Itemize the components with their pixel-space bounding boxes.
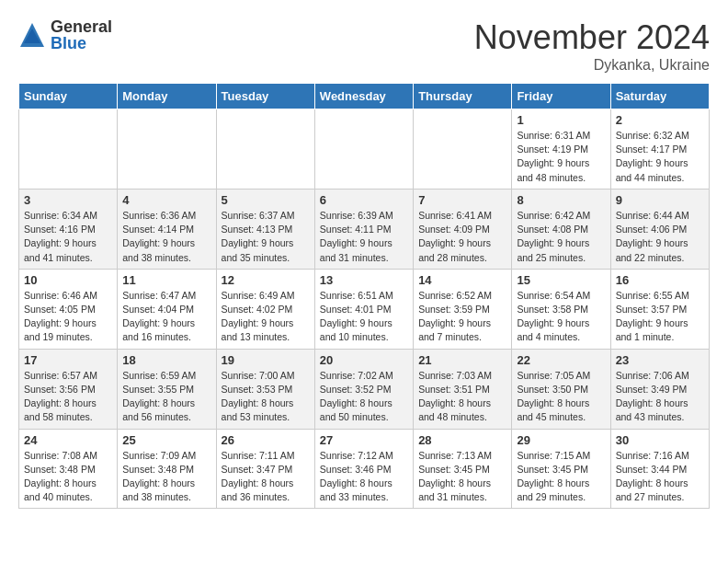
day-info-line: Daylight: 9 hours <box>222 237 294 248</box>
day-info-line: and 4 minutes. <box>517 331 580 342</box>
col-thursday: Thursday <box>414 84 512 109</box>
logo-blue-label: Blue <box>51 35 112 52</box>
day-info-line: and 58 minutes. <box>24 411 93 422</box>
col-saturday: Saturday <box>610 84 709 109</box>
table-row: 19Sunrise: 7:00 AMSunset: 3:53 PMDayligh… <box>216 349 314 429</box>
day-info-line: Daylight: 9 hours <box>320 237 392 248</box>
table-row: 12Sunrise: 6:49 AMSunset: 4:02 PMDayligh… <box>216 269 314 349</box>
day-number: 21 <box>418 353 506 367</box>
day-info-line: and 45 minutes. <box>517 411 586 422</box>
day-info-line: Daylight: 9 hours <box>418 237 491 248</box>
day-info-line: and 29 minutes. <box>517 491 586 502</box>
day-info-line: Sunset: 4:14 PM <box>122 224 194 235</box>
day-info: Sunrise: 6:49 AMSunset: 4:02 PMDaylight:… <box>222 289 310 345</box>
day-info-line: Sunset: 3:47 PM <box>222 464 293 475</box>
day-info-line: Daylight: 8 hours <box>517 397 589 408</box>
day-info: Sunrise: 6:32 AMSunset: 4:17 PMDaylight:… <box>616 129 704 185</box>
day-number: 27 <box>320 433 408 447</box>
calendar-header-row: Sunday Monday Tuesday Wednesday Thursday… <box>19 84 710 109</box>
table-row: 24Sunrise: 7:08 AMSunset: 3:48 PMDayligh… <box>19 429 118 509</box>
logo-text: General Blue <box>51 18 112 52</box>
day-info-line: Sunrise: 6:46 AM <box>24 290 97 301</box>
day-info-line: Sunrise: 6:54 AM <box>517 290 590 301</box>
day-number: 13 <box>320 273 408 287</box>
day-info: Sunrise: 6:31 AMSunset: 4:19 PMDaylight:… <box>517 129 605 185</box>
day-info: Sunrise: 7:08 AMSunset: 3:48 PMDaylight:… <box>24 449 112 505</box>
day-info-line: Sunrise: 6:31 AM <box>517 130 590 141</box>
day-info: Sunrise: 7:12 AMSunset: 3:46 PMDaylight:… <box>320 449 408 505</box>
day-info-line: Daylight: 9 hours <box>616 157 688 168</box>
day-info-line: and 28 minutes. <box>418 252 487 263</box>
day-info: Sunrise: 6:39 AMSunset: 4:11 PMDaylight:… <box>320 209 408 265</box>
day-info-line: Sunrise: 6:39 AM <box>320 210 393 221</box>
day-info-line: and 35 minutes. <box>222 252 290 263</box>
calendar-week-row: 24Sunrise: 7:08 AMSunset: 3:48 PMDayligh… <box>19 429 710 509</box>
col-monday: Monday <box>118 84 216 109</box>
table-row: 26Sunrise: 7:11 AMSunset: 3:47 PMDayligh… <box>216 429 314 509</box>
logo-icon <box>18 21 46 49</box>
day-number: 29 <box>517 433 605 447</box>
day-info: Sunrise: 7:02 AMSunset: 3:52 PMDaylight:… <box>320 369 408 425</box>
table-row: 4Sunrise: 6:36 AMSunset: 4:14 PMDaylight… <box>118 189 216 269</box>
day-info: Sunrise: 6:37 AMSunset: 4:13 PMDaylight:… <box>222 209 310 265</box>
day-info: Sunrise: 7:11 AMSunset: 3:47 PMDaylight:… <box>222 449 310 505</box>
table-row <box>314 109 413 190</box>
table-row: 3Sunrise: 6:34 AMSunset: 4:16 PMDaylight… <box>19 189 118 269</box>
table-row: 6Sunrise: 6:39 AMSunset: 4:11 PMDaylight… <box>314 189 413 269</box>
day-info-line: Daylight: 9 hours <box>616 317 688 328</box>
day-number: 16 <box>616 273 704 287</box>
table-row: 20Sunrise: 7:02 AMSunset: 3:52 PMDayligh… <box>314 349 413 429</box>
day-info-line: Sunrise: 7:03 AM <box>418 370 492 381</box>
day-info: Sunrise: 7:05 AMSunset: 3:50 PMDaylight:… <box>517 369 605 425</box>
day-info-line: Daylight: 8 hours <box>616 397 688 408</box>
day-number: 24 <box>24 433 112 447</box>
table-row: 23Sunrise: 7:06 AMSunset: 3:49 PMDayligh… <box>610 349 709 429</box>
day-info-line: Sunrise: 6:57 AM <box>24 370 97 381</box>
table-row: 30Sunrise: 7:16 AMSunset: 3:44 PMDayligh… <box>610 429 709 509</box>
day-info-line: Sunset: 3:56 PM <box>24 384 96 395</box>
logo: General Blue <box>18 18 112 52</box>
day-info-line: Sunset: 4:13 PM <box>222 224 293 235</box>
calendar-week-row: 17Sunrise: 6:57 AMSunset: 3:56 PMDayligh… <box>19 349 710 429</box>
day-number: 4 <box>122 193 210 207</box>
day-info-line: and 22 minutes. <box>616 252 685 263</box>
day-info-line: Sunrise: 7:05 AM <box>517 370 590 381</box>
day-number: 3 <box>24 193 112 207</box>
day-info-line: and 43 minutes. <box>616 411 685 422</box>
day-info-line: Sunset: 3:46 PM <box>320 464 392 475</box>
day-info-line: Sunrise: 7:02 AM <box>320 370 393 381</box>
day-info-line: and 31 minutes. <box>320 252 389 263</box>
day-info-line: Sunrise: 7:15 AM <box>517 450 590 461</box>
day-info-line: Sunset: 3:44 PM <box>616 464 688 475</box>
day-info-line: and 19 minutes. <box>24 331 93 342</box>
day-number: 22 <box>517 353 605 367</box>
day-info-line: Daylight: 9 hours <box>517 237 589 248</box>
day-info-line: and 56 minutes. <box>122 411 191 422</box>
day-info: Sunrise: 7:15 AMSunset: 3:45 PMDaylight:… <box>517 449 605 505</box>
day-info-line: Sunrise: 6:36 AM <box>122 210 196 221</box>
calendar-week-row: 3Sunrise: 6:34 AMSunset: 4:16 PMDaylight… <box>19 189 710 269</box>
day-number: 1 <box>517 113 605 127</box>
day-info-line: Sunset: 3:45 PM <box>517 464 588 475</box>
day-info-line: Daylight: 9 hours <box>517 317 589 328</box>
day-info-line: Daylight: 9 hours <box>122 317 195 328</box>
day-info-line: Sunset: 3:48 PM <box>122 464 194 475</box>
day-info-line: and 36 minutes. <box>222 491 290 502</box>
table-row <box>216 109 314 190</box>
day-number: 26 <box>222 433 310 447</box>
col-friday: Friday <box>512 84 610 109</box>
table-row: 1Sunrise: 6:31 AMSunset: 4:19 PMDaylight… <box>512 109 610 190</box>
table-row: 28Sunrise: 7:13 AMSunset: 3:45 PMDayligh… <box>414 429 512 509</box>
day-info: Sunrise: 6:34 AMSunset: 4:16 PMDaylight:… <box>24 209 112 265</box>
day-info: Sunrise: 6:52 AMSunset: 3:59 PMDaylight:… <box>418 289 506 345</box>
table-row: 21Sunrise: 7:03 AMSunset: 3:51 PMDayligh… <box>414 349 512 429</box>
day-info-line: Sunrise: 7:06 AM <box>616 370 689 381</box>
table-row: 9Sunrise: 6:44 AMSunset: 4:06 PMDaylight… <box>610 189 709 269</box>
day-info-line: and 48 minutes. <box>517 172 586 183</box>
day-info: Sunrise: 6:51 AMSunset: 4:01 PMDaylight:… <box>320 289 408 345</box>
day-info-line: Daylight: 8 hours <box>222 397 294 408</box>
calendar-week-row: 10Sunrise: 6:46 AMSunset: 4:05 PMDayligh… <box>19 269 710 349</box>
day-info-line: and 25 minutes. <box>517 252 586 263</box>
day-info-line: and 7 minutes. <box>418 331 482 342</box>
table-row: 14Sunrise: 6:52 AMSunset: 3:59 PMDayligh… <box>414 269 512 349</box>
